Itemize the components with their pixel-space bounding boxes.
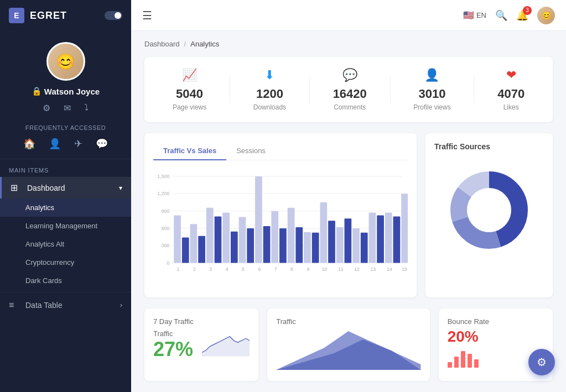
svg-rect-20 — [239, 217, 246, 263]
svg-text:8: 8 — [290, 266, 293, 272]
hamburger-icon[interactable]: ☰ — [142, 9, 152, 22]
sidebar-item-dark-cards[interactable]: Dark Cards — [0, 271, 131, 290]
topbar-actions: 🇺🇸 EN 🔍 🔔 3 😊 — [463, 7, 555, 24]
svg-rect-62 — [454, 357, 459, 368]
donut-svg — [445, 166, 533, 254]
sidebar-item-cryptocurrency[interactable]: Cryptocurrency — [0, 253, 131, 271]
breadcrumb: Dashboard / Analytics — [131, 31, 566, 57]
svg-rect-23 — [263, 226, 271, 263]
svg-text:2: 2 — [193, 266, 196, 272]
sidebar-item-label-data-table: Data Table — [25, 301, 63, 310]
language-selector[interactable]: 🇺🇸 EN — [463, 10, 486, 20]
stat-comments: 💬 16420 Comments — [333, 68, 367, 111]
svg-text:11: 11 — [338, 266, 344, 272]
svg-text:1,200: 1,200 — [157, 191, 169, 196]
breadcrumb-root: Dashboard — [144, 40, 180, 48]
lang-label: EN — [476, 11, 486, 19]
stat-divider-4 — [474, 76, 474, 103]
flight-quick-icon[interactable]: ✈ — [74, 138, 82, 150]
traffic-sublabel: Traffic — [153, 330, 193, 338]
sidebar-item-learning[interactable]: Learning Management — [0, 217, 131, 235]
svg-rect-38 — [385, 213, 392, 263]
breadcrumb-separator: / — [184, 40, 186, 48]
svg-rect-14 — [190, 224, 198, 263]
svg-text:900: 900 — [162, 208, 170, 214]
svg-rect-15 — [198, 236, 205, 263]
svg-rect-26 — [288, 208, 295, 263]
profile-views-icon: 👤 — [424, 68, 439, 82]
page-views-icon: 📈 — [182, 68, 197, 82]
stat-divider-1 — [230, 76, 230, 103]
svg-rect-31 — [328, 221, 335, 263]
downloads-label: Downloads — [253, 103, 286, 111]
tab-traffic-vs-sales[interactable]: Traffic Vs Sales — [153, 142, 226, 160]
divider-1 — [0, 159, 131, 159]
svg-text:600: 600 — [162, 226, 170, 231]
home-quick-icon[interactable]: 🏠 — [23, 138, 35, 150]
sidebar-item-label-analytics: Analytics — [25, 203, 54, 212]
traffic-vs-sales-card: Traffic Vs Sales Sessions 1,500 1 — [144, 133, 417, 297]
svg-rect-25 — [279, 228, 287, 263]
svg-rect-36 — [369, 213, 376, 263]
profile-actions: ⚙ ✉ ⤵ — [43, 103, 89, 113]
chart-tabs: Traffic Vs Sales Sessions — [153, 142, 408, 160]
user-avatar-topbar[interactable]: 😊 — [537, 7, 555, 24]
theme-toggle[interactable] — [105, 11, 122, 20]
sidebar-item-analytics-alt[interactable]: Analytics Alt — [0, 235, 131, 253]
data-table-arrow-icon: › — [120, 301, 122, 309]
svg-text:1: 1 — [177, 266, 180, 272]
search-button[interactable]: 🔍 — [495, 9, 507, 22]
svg-rect-34 — [352, 228, 360, 263]
likes-icon: ❤ — [506, 68, 516, 82]
fab-settings[interactable]: ⚙ — [528, 349, 555, 375]
svg-rect-16 — [206, 208, 214, 263]
svg-rect-22 — [255, 176, 262, 263]
svg-text:300: 300 — [162, 243, 170, 248]
comments-label: Comments — [334, 103, 366, 111]
svg-text:10: 10 — [321, 266, 327, 272]
sidebar-item-label-dashboard: Dashboard — [27, 184, 65, 192]
traffic-sources-card: Traffic Sources — [425, 133, 553, 297]
stat-divider-2 — [309, 76, 310, 103]
sidebar-item-data-table[interactable]: ≡ Data Table › — [0, 295, 131, 316]
svg-rect-19 — [231, 232, 238, 263]
chat-quick-icon[interactable]: 💬 — [96, 138, 108, 150]
tab-sessions[interactable]: Sessions — [226, 142, 276, 160]
sidebar-item-dashboard[interactable]: ⊞ Dashboard ▾ — [0, 177, 131, 198]
sidebar-header: E EGRET — [0, 0, 131, 31]
svg-rect-33 — [344, 218, 351, 263]
donut-chart — [434, 158, 544, 263]
person-quick-icon[interactable]: 👤 — [49, 138, 61, 150]
comments-icon: 💬 — [342, 68, 357, 82]
bounce-rate-value: 20% — [448, 328, 544, 346]
main-content: ☰ 🇺🇸 EN 🔍 🔔 3 😊 Dashboard / Analytics � — [131, 0, 566, 392]
email-icon[interactable]: ✉ — [64, 103, 71, 113]
downloads-value: 1200 — [256, 87, 283, 101]
svg-text:13: 13 — [370, 266, 376, 272]
seven-day-title: 7 Day Traffic — [153, 317, 250, 326]
settings-icon[interactable]: ⚙ — [43, 103, 50, 113]
sidebar-item-label-cryptocurrency: Cryptocurrency — [25, 258, 74, 266]
bar-chart-svg: 1,500 1,200 900 600 300 0 — [153, 167, 408, 289]
svg-rect-17 — [215, 216, 222, 263]
stat-profile-views: 👤 3010 Profile views — [413, 68, 450, 111]
svg-rect-29 — [312, 233, 319, 263]
seven-day-traffic-card: 7 Day Traffic Traffic 27% — [144, 309, 258, 381]
profile-name: 🔒 Watson Joyce — [32, 86, 100, 96]
dashboard-icon: ⊞ — [11, 182, 22, 193]
sidebar-item-label-dark-cards: Dark Cards — [25, 276, 62, 285]
comments-value: 16420 — [333, 87, 367, 101]
sidebar-item-analytics[interactable]: Analytics — [0, 198, 131, 217]
svg-point-60 — [468, 189, 510, 231]
stat-downloads: ⬇ 1200 Downloads — [253, 68, 286, 111]
bounce-mini-chart — [448, 346, 503, 368]
logout-icon[interactable]: ⤵ — [84, 103, 89, 113]
svg-rect-12 — [174, 215, 181, 263]
sidebar-item-label-learning: Learning Management — [25, 222, 97, 230]
notification-badge: 3 — [523, 6, 532, 15]
notification-button[interactable]: 🔔 3 — [516, 9, 528, 22]
mountain-chart — [276, 326, 420, 370]
profile-section: 😊 🔒 Watson Joyce ⚙ ✉ ⤵ — [0, 31, 131, 119]
traffic-sources-title: Traffic Sources — [434, 142, 544, 151]
svg-rect-21 — [247, 228, 254, 263]
